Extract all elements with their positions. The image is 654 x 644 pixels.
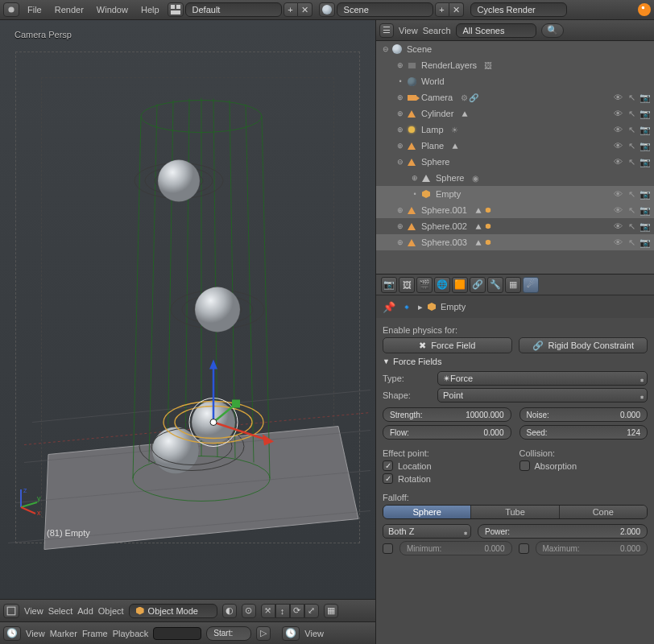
outliner-row[interactable]: ⊕Lamp☀👁↖📷	[376, 122, 654, 138]
menu-render[interactable]: Render	[48, 0, 90, 20]
layers-icon[interactable]: ▦	[324, 604, 338, 618]
outliner-tree[interactable]: ⊖Scene⊕RenderLayers🖼•World⊕Camera⚙🔗👁↖📷⊕C…	[376, 41, 654, 275]
mode-dropdown[interactable]: Object Mode	[129, 604, 217, 618]
tab-data-icon[interactable]: ▦	[505, 277, 521, 293]
outliner-menu-search[interactable]: Search	[423, 26, 451, 35]
renderable-icon[interactable]: 📷	[640, 188, 651, 200]
visibility-icon[interactable]: 👁	[612, 237, 623, 248]
timeline-scrub[interactable]	[153, 627, 201, 640]
tab-renderlayers-icon[interactable]: 🖼	[399, 277, 415, 293]
expand-icon[interactable]: •	[410, 190, 420, 198]
rotation-checkbox[interactable]: Rotation	[383, 473, 511, 484]
scene-delete-button[interactable]: ✕	[449, 2, 464, 17]
selectable-icon[interactable]: ↖	[626, 204, 637, 216]
selectable-icon[interactable]: ↖	[626, 140, 637, 151]
outliner-row[interactable]: ⊕RenderLayers🖼	[376, 57, 654, 73]
viewport-menu-add[interactable]: Add	[77, 606, 93, 616]
visibility-icon[interactable]: 👁	[612, 140, 623, 151]
selectable-icon[interactable]: ↖	[626, 92, 637, 103]
expand-icon[interactable]: ⊕	[395, 61, 405, 69]
outliner-editor-icon[interactable]: ☰	[379, 23, 394, 38]
timeline-menu-frame[interactable]: Frame	[82, 629, 108, 638]
selectable-icon[interactable]: ↖	[626, 108, 637, 119]
selectable-icon[interactable]: ↖	[626, 188, 637, 200]
outliner-row[interactable]: ⊖Sphere👁↖📷	[376, 154, 654, 170]
outliner-row[interactable]: ⊕Sphere◉	[376, 170, 654, 186]
renderable-icon[interactable]: 📷	[640, 92, 651, 103]
outliner-menu-view[interactable]: View	[399, 26, 418, 35]
timeline-menu-marker[interactable]: Marker	[50, 629, 77, 638]
rigid-body-constraint-button[interactable]: 🔗Rigid Body Constraint	[519, 337, 648, 353]
renderable-icon[interactable]: 📷	[640, 221, 651, 232]
falloff-tube[interactable]: Tube	[471, 506, 559, 518]
selectable-icon[interactable]: ↖	[626, 221, 637, 232]
menu-window[interactable]: Window	[90, 0, 135, 20]
tab-render-icon[interactable]: 📷	[381, 277, 397, 293]
layout-add-button[interactable]: +	[284, 2, 298, 17]
visibility-icon[interactable]: 👁	[612, 108, 623, 119]
expand-icon[interactable]: ⊕	[395, 238, 405, 246]
noise-field[interactable]: Noise:0.000	[519, 407, 648, 422]
outliner-row[interactable]: •World	[376, 73, 654, 89]
outliner-row[interactable]: ⊕Sphere.002👁↖📷	[376, 218, 654, 234]
selectable-icon[interactable]: ↖	[626, 124, 637, 135]
minimum-field[interactable]: Minimum:0.000	[399, 541, 512, 555]
outliner-row[interactable]: ⊕Sphere.003👁↖📷	[376, 234, 654, 250]
visibility-icon[interactable]: 👁	[612, 92, 623, 103]
renderable-icon[interactable]: 📷	[640, 156, 651, 167]
pin-icon[interactable]: 📌	[383, 301, 395, 313]
location-checkbox[interactable]: Location	[383, 460, 511, 471]
timeline-menu-view[interactable]: View	[26, 629, 45, 638]
tab-object-icon[interactable]: 🟧	[452, 277, 468, 293]
expand-icon[interactable]: •	[395, 77, 405, 85]
zdirection-dropdown[interactable]: Both Z	[383, 524, 471, 539]
shape-dropdown[interactable]: Point	[437, 388, 648, 402]
renderable-icon[interactable]: 📷	[640, 108, 651, 119]
falloff-shape-segmented[interactable]: Sphere Tube Cone	[383, 505, 648, 519]
strength-field[interactable]: Strength:10000.000	[383, 407, 511, 422]
renderable-icon[interactable]: 📷	[640, 237, 651, 248]
expand-icon[interactable]: ⊕	[395, 222, 405, 230]
falloff-sphere[interactable]: Sphere	[383, 506, 471, 518]
renderable-icon[interactable]: 📷	[640, 204, 651, 216]
layout-delete-button[interactable]: ✕	[298, 2, 313, 17]
expand-icon[interactable]: ⊕	[395, 93, 405, 101]
viewport-menu-select[interactable]: Select	[48, 606, 73, 616]
timeline-editor-icon[interactable]: 🕓	[3, 626, 21, 641]
viewport-editor-icon[interactable]	[3, 604, 19, 618]
manipulator-rotate-icon[interactable]: ⟳	[290, 604, 304, 618]
layout-icon[interactable]	[168, 2, 184, 17]
viewport-menu-view[interactable]: View	[24, 606, 43, 616]
visibility-icon[interactable]: 👁	[612, 156, 623, 167]
expand-icon[interactable]: ⊖	[395, 158, 405, 166]
shading-icon[interactable]: ◐	[222, 604, 237, 618]
scene-icon[interactable]	[319, 2, 335, 17]
renderable-icon[interactable]: 📷	[640, 140, 651, 151]
timeline-play-icon[interactable]: ▷	[256, 626, 271, 641]
tab-scene-icon[interactable]: 🎬	[416, 277, 433, 293]
type-dropdown[interactable]: ✴ Force	[437, 371, 648, 386]
flow-field[interactable]: Flow:0.000	[383, 425, 511, 440]
falloff-cone[interactable]: Cone	[560, 506, 647, 518]
expand-icon[interactable]: ⊖	[381, 45, 391, 53]
use-max-checkbox[interactable]	[519, 543, 529, 554]
outliner-filter-dropdown[interactable]: All Scenes	[456, 23, 536, 38]
outliner-row[interactable]: •Empty👁↖📷	[376, 186, 654, 202]
force-field-button[interactable]: ✖Force Field	[383, 337, 512, 353]
manipulator-scale-icon[interactable]: ⤢	[304, 604, 319, 618]
menu-help[interactable]: Help	[135, 0, 166, 20]
tab-physics-icon[interactable]: ☄	[523, 277, 539, 293]
maximum-field[interactable]: Maximum:0.000	[536, 541, 648, 555]
selectable-icon[interactable]: ↖	[626, 237, 637, 248]
viewport-canvas[interactable]: Camera Persp	[0, 20, 375, 599]
layout-dropdown[interactable]: Default	[185, 2, 282, 17]
editor-type-icon[interactable]	[3, 2, 19, 17]
visibility-icon[interactable]: 👁	[612, 204, 623, 216]
visibility-icon[interactable]: 👁	[612, 124, 623, 135]
expand-icon[interactable]: ⊕	[395, 142, 405, 150]
use-min-checkbox[interactable]	[383, 543, 393, 554]
outliner-row[interactable]: ⊕Plane👁↖📷	[376, 138, 654, 154]
start-frame-field[interactable]: Start:	[206, 626, 251, 641]
manipulator-toggle[interactable]: ⤧	[261, 604, 275, 618]
absorption-checkbox[interactable]: Absorption	[519, 460, 648, 471]
